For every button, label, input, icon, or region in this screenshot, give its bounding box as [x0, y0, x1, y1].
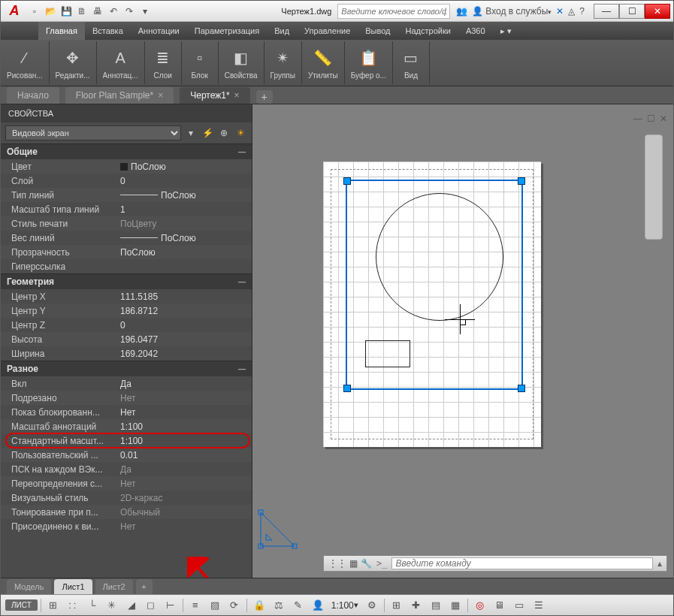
- redo-icon[interactable]: ↷: [122, 5, 136, 18]
- layout-tab[interactable]: Лист1: [54, 579, 92, 594]
- property-row[interactable]: Стандартный масшт...1:100: [1, 433, 252, 448]
- search-input[interactable]: [337, 4, 450, 19]
- property-row[interactable]: Визуальный стиль2D-каркас: [1, 491, 252, 505]
- ribbon-group-util[interactable]: 📏Утилиты: [302, 41, 345, 84]
- polar-icon[interactable]: ✳: [103, 597, 121, 614]
- save-icon[interactable]: 💾: [59, 5, 73, 18]
- property-row[interactable]: Масштаб типа линий1: [1, 202, 252, 216]
- annoscale-lock-icon[interactable]: 🔒: [250, 597, 268, 614]
- viewport-maximize-icon[interactable]: ☐: [647, 113, 655, 124]
- ribbon-group-group[interactable]: ✴Группы: [264, 41, 302, 84]
- navigation-bar[interactable]: [645, 134, 663, 240]
- cleanscreen-icon[interactable]: ▭: [510, 597, 528, 614]
- doctab[interactable]: Floor Plan Sample*×: [65, 87, 174, 104]
- menu-параметризация[interactable]: Параметризация: [187, 22, 267, 40]
- property-row[interactable]: Центр Z0: [1, 318, 252, 332]
- collapse-icon[interactable]: —: [238, 148, 246, 156]
- menu-надстройки[interactable]: Надстройки: [398, 22, 458, 40]
- transparency-icon[interactable]: ▨: [206, 597, 224, 614]
- property-value-cell[interactable]: 111.5185: [120, 291, 252, 302]
- space-mode-button[interactable]: ЛИСТ: [5, 599, 38, 611]
- menu-вставка[interactable]: Вставка: [85, 22, 131, 40]
- property-value-cell[interactable]: Нет: [120, 407, 252, 418]
- category-header[interactable]: Геометрия—: [1, 273, 252, 289]
- annotation-visibility-icon[interactable]: ⚖: [270, 597, 288, 614]
- property-row[interactable]: ЦветПоСлою: [1, 159, 252, 174]
- toggle-pim-icon[interactable]: ☀: [234, 126, 247, 140]
- collapse-icon[interactable]: —: [238, 278, 246, 286]
- property-value-cell[interactable]: 0.01: [120, 450, 252, 460]
- cmd-up-icon[interactable]: ▴: [657, 558, 662, 569]
- command-line[interactable]: ⋮⋮ ▦ 🔧 >_ ▴: [323, 555, 667, 572]
- property-row[interactable]: Слой0: [1, 174, 252, 188]
- minimize-button[interactable]: —: [594, 4, 619, 19]
- category-header[interactable]: Разное—: [1, 361, 252, 376]
- autoscale-icon[interactable]: ✎: [289, 597, 307, 614]
- hardware-accel-icon[interactable]: 🖥: [491, 597, 509, 614]
- property-value-cell[interactable]: 0: [120, 176, 252, 186]
- collapse-icon[interactable]: —: [238, 365, 246, 373]
- property-row[interactable]: ВклДа: [1, 376, 252, 391]
- property-value-cell[interactable]: ПоСлою: [120, 190, 252, 201]
- grip-bottom-right[interactable]: [518, 385, 525, 392]
- app-icon[interactable]: A: [4, 3, 25, 20]
- cmd-drag-icon[interactable]: ⋮⋮: [328, 558, 346, 569]
- menu-главная[interactable]: Главная: [38, 22, 85, 40]
- property-row[interactable]: Центр Y186.8712: [1, 303, 252, 318]
- property-row[interactable]: Присоединено к ви...Нет: [1, 519, 252, 533]
- property-row[interactable]: Тип линийПоСлою: [1, 188, 252, 202]
- property-value-cell[interactable]: ПоЦвету: [120, 219, 252, 229]
- exchange-icon[interactable]: ✕: [556, 6, 564, 17]
- dropdown-icon[interactable]: ▾: [184, 126, 198, 140]
- property-value-cell[interactable]: Нет: [120, 479, 252, 489]
- saveas-icon[interactable]: 🗎: [75, 5, 89, 18]
- workspace-icon[interactable]: ⊞: [388, 597, 406, 614]
- grip-top-right[interactable]: [518, 177, 525, 185]
- ribbon-group-block[interactable]: ▫Блок: [182, 41, 219, 84]
- ribbon-group-line[interactable]: ∕Рисован...: [1, 41, 50, 84]
- property-row[interactable]: ПСК на каждом ВЭк...Да: [1, 462, 252, 476]
- property-row[interactable]: Переопределения с...Нет: [1, 476, 252, 491]
- grip-bottom-left[interactable]: [343, 385, 351, 392]
- property-value-cell[interactable]: Да: [120, 379, 252, 389]
- ribbon-group-move[interactable]: ✥Редакти...: [50, 41, 97, 84]
- open-icon[interactable]: 📂: [44, 5, 57, 18]
- property-row[interactable]: Тонирование при п...Обычный: [1, 505, 252, 519]
- dimension-icon[interactable]: ⊢: [162, 597, 180, 614]
- properties-selector[interactable]: Видовой экран: [5, 125, 181, 140]
- qat-more-icon[interactable]: ▾: [138, 5, 152, 18]
- iso-icon[interactable]: ◢: [122, 597, 141, 614]
- property-row[interactable]: Центр X111.5185: [1, 289, 252, 303]
- ribbon-group-clip[interactable]: 📋Буфер о...: [345, 41, 393, 84]
- selection-cycling-icon[interactable]: ⟳: [225, 597, 243, 614]
- property-value-cell[interactable]: ПоСлою: [120, 162, 252, 172]
- property-value-cell[interactable]: 1:100: [120, 421, 252, 432]
- property-value-cell[interactable]: 0: [120, 320, 252, 331]
- ribbon-group-view[interactable]: ▭Вид: [393, 41, 430, 84]
- property-row[interactable]: Гиперссылка: [1, 259, 252, 273]
- lineweight-icon[interactable]: ≡: [186, 597, 204, 614]
- close-button[interactable]: ✕: [645, 4, 670, 19]
- doctab[interactable]: Начало: [7, 87, 59, 104]
- command-input[interactable]: [391, 557, 653, 569]
- signin-button[interactable]: 👤Вход в службы▾: [472, 6, 552, 17]
- property-value-cell[interactable]: 169.2042: [120, 349, 252, 359]
- viewport-close-icon[interactable]: ✕: [660, 113, 667, 124]
- new-layout-button[interactable]: +: [136, 579, 153, 594]
- cmd-recent-icon[interactable]: ▦: [349, 558, 358, 569]
- close-icon[interactable]: ×: [158, 90, 163, 101]
- property-value-cell[interactable]: 196.0477: [120, 334, 252, 345]
- property-value-cell[interactable]: ПоСлою: [120, 233, 252, 243]
- undo-icon[interactable]: ↶: [107, 5, 120, 18]
- pick-icon[interactable]: ⊕: [217, 126, 231, 140]
- connectivity-icon[interactable]: 👥: [456, 6, 467, 17]
- osnap-icon[interactable]: ◻: [142, 597, 160, 614]
- property-row[interactable]: Показ блокированн...Нет: [1, 405, 252, 419]
- annoscale-icon[interactable]: 👤: [309, 597, 327, 614]
- help-icon[interactable]: ?: [579, 6, 585, 17]
- ortho-icon[interactable]: └: [83, 597, 101, 614]
- property-value-cell[interactable]: 186.8712: [120, 306, 252, 316]
- maximize-button[interactable]: ☐: [619, 4, 645, 19]
- snap-mode-icon[interactable]: ⸬: [64, 597, 82, 614]
- category-header[interactable]: Общие—: [1, 143, 252, 159]
